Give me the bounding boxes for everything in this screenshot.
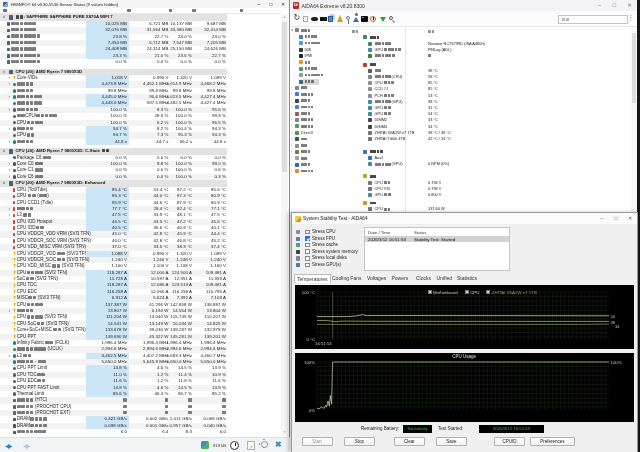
log-col-status[interactable]: Status xyxy=(414,230,426,235)
expand-arrow-icon[interactable]: › xyxy=(9,174,11,181)
cpuid-button[interactable]: CPUID xyxy=(494,437,525,446)
checkbox-checked[interactable] xyxy=(305,236,310,241)
hwinfo-titlebar[interactable]: HWiNFO® 64 v8.30-5530 Sensor Status [9 v… xyxy=(0,0,289,8)
aida64-scrollbar-thumb[interactable] xyxy=(632,33,636,103)
save-button[interactable]: Save xyxy=(436,437,467,446)
aida64-minimize-icon[interactable]: – xyxy=(592,0,607,11)
panel-col-item[interactable] xyxy=(352,29,359,34)
sidebar-item-devices[interactable]: › xyxy=(290,136,347,142)
log-row-status[interactable]: Stability Test: Started xyxy=(414,237,455,242)
sidebar-item-directx[interactable]: ›DirectX xyxy=(290,130,347,136)
pages-icon[interactable] xyxy=(328,16,333,22)
gauge-clock-icon[interactable] xyxy=(370,16,376,22)
sidebar-item-sensor[interactable] xyxy=(290,79,347,85)
cjk-glyph xyxy=(43,194,47,197)
tab-temperatures[interactable]: Temperatures xyxy=(294,274,331,283)
aida64-titlebar[interactable]: 64 AIDA64 Extreme v8.20.8300 – □ ✕ xyxy=(290,0,637,11)
checkbox-unchecked[interactable] xyxy=(305,230,310,235)
tab-unified[interactable]: Unified xyxy=(435,274,455,283)
hwinfo-close-icon[interactable]: ✕ xyxy=(277,0,289,8)
start-button[interactable]: Start xyxy=(302,437,333,446)
sidebar-item-benchmark[interactable]: › xyxy=(290,168,347,174)
sensor-row[interactable]: 0.0 %0.0 %0.0 %0.0 % xyxy=(0,59,227,65)
log-row-time[interactable]: 2026/3/12 16:51:53 xyxy=(368,237,406,242)
sidebar-item-overview[interactable] xyxy=(290,34,347,40)
aida64-close-icon[interactable]: ✕ xyxy=(622,0,637,11)
sidebar-item-multimedia[interactable]: › xyxy=(290,111,347,117)
sst-event-log[interactable]: Date / Time Status 2026/3/12 16:51:53 St… xyxy=(364,227,510,271)
hwinfo-sensor-list[interactable]: ∨: SAPPHIRE SAPPHIRE PURE X870A WIFI 710… xyxy=(0,14,281,437)
scroll-up-icon[interactable]: ▲ xyxy=(281,14,288,21)
sidebar-item-software[interactable]: › xyxy=(290,143,347,149)
sst-titlebar[interactable]: System Stability Test - AIDA64 – □ ✕ xyxy=(292,213,637,224)
clock-icon[interactable] xyxy=(230,441,239,450)
tree-expand-icon[interactable]: › xyxy=(291,168,292,174)
sst-maximize-icon[interactable]: □ xyxy=(609,213,623,224)
pin-icon[interactable] xyxy=(346,16,350,20)
close-sensors-icon[interactable]: ✖ xyxy=(275,440,282,449)
aida64-maximize-icon[interactable]: □ xyxy=(607,0,622,11)
osd-panel-icon[interactable] xyxy=(361,16,369,22)
tab-statistics[interactable]: Statistics xyxy=(455,274,479,283)
sidebar-item-os[interactable]: › xyxy=(290,91,347,97)
hwinfo-scrollbar-thumb[interactable] xyxy=(282,22,287,172)
cjk-glyph xyxy=(304,144,307,147)
report-icon[interactable] xyxy=(303,16,308,23)
report-icon[interactable]: ↗ xyxy=(247,441,255,450)
checkbox-unchecked[interactable] xyxy=(305,256,310,261)
checkbox-unchecked[interactable] xyxy=(305,249,310,254)
hwinfo-scrollbar[interactable]: ▲ ▼ xyxy=(281,14,288,436)
sidebar-item-power[interactable] xyxy=(290,66,347,72)
tab-clocks[interactable]: Clocks xyxy=(414,274,433,283)
tab-cooling-fans[interactable]: Cooling Fans xyxy=(330,274,363,283)
sst-close-icon[interactable]: ✕ xyxy=(623,213,637,224)
sidebar-item-server[interactable]: › xyxy=(290,98,347,104)
flame-icon[interactable] xyxy=(337,15,343,22)
checkbox-unchecked[interactable] xyxy=(305,243,310,248)
legend-checkbox-icon[interactable] xyxy=(486,290,490,294)
sst-minimize-icon[interactable]: – xyxy=(595,213,609,224)
log-col-datetime[interactable]: Date / Time xyxy=(368,230,390,235)
sidebar-item-security[interactable]: › xyxy=(290,149,347,155)
panel-col-value[interactable] xyxy=(428,29,435,34)
sidebar-item-database[interactable]: › xyxy=(290,162,347,168)
user-icon[interactable] xyxy=(353,17,359,22)
sidebar-item-display[interactable]: › xyxy=(290,104,347,110)
tab-powers[interactable]: Powers xyxy=(390,274,411,283)
sidebar-item-computer[interactable]: ∨∨ xyxy=(290,27,347,33)
history-back-icon[interactable]: ◀▶ xyxy=(5,442,11,449)
history-forward-icon[interactable]: ◀▶ xyxy=(23,442,29,449)
tab-voltages[interactable]: Voltages xyxy=(365,274,388,283)
sidebar-item-portable[interactable] xyxy=(290,72,347,78)
sensor-row[interactable]: ›44.8 x44.7 x56.2 x44.8 x xyxy=(0,139,227,145)
sidebar-item-ipmi[interactable]: IPMI xyxy=(290,53,347,59)
hwinfo-minimize-icon[interactable]: – xyxy=(253,0,265,8)
sensor-row[interactable]: ›Core C6 0.0 %0.0 %100.0 %0.3 % xyxy=(0,174,227,180)
legend-checkbox-icon[interactable] xyxy=(428,290,432,294)
eye-icon[interactable] xyxy=(311,17,319,22)
sidebar-item-dmi[interactable]: DMI xyxy=(290,47,347,53)
clear-button[interactable]: Clear xyxy=(394,437,425,446)
download-arrow-icon[interactable] xyxy=(380,17,386,22)
sidebar-item-motherboard[interactable]: › xyxy=(290,85,347,91)
sensor-icon xyxy=(13,373,17,377)
checkbox-unchecked[interactable] xyxy=(305,263,310,268)
kebab-menu-icon[interactable]: ⋮ xyxy=(628,14,635,22)
sidebar-item-network[interactable]: › xyxy=(290,123,347,129)
sidebar-item-oc[interactable] xyxy=(290,59,347,65)
legend-checkbox-icon[interactable] xyxy=(465,290,469,294)
sidebar-item-config[interactable]: › xyxy=(290,155,347,161)
search-input[interactable] xyxy=(558,15,628,24)
preferences-button[interactable]: Preferences xyxy=(530,437,575,446)
settings-gear-icon[interactable] xyxy=(261,441,268,448)
osd-bar-icon[interactable] xyxy=(320,17,327,21)
sensor-row[interactable]: 6.06.48.36.0 xyxy=(0,429,227,435)
hwinfo-maximize-icon[interactable]: □ xyxy=(265,0,277,8)
expand-arrow-icon[interactable]: › xyxy=(9,139,11,146)
search-icon[interactable] xyxy=(389,16,393,20)
sidebar-item-storage[interactable]: › xyxy=(290,117,347,123)
stop-button[interactable]: Stop xyxy=(344,437,375,446)
sensors-refresh-icon[interactable] xyxy=(201,441,209,449)
sidebar-item-name[interactable] xyxy=(290,40,347,46)
scroll-down-icon[interactable]: ▼ xyxy=(281,429,288,436)
